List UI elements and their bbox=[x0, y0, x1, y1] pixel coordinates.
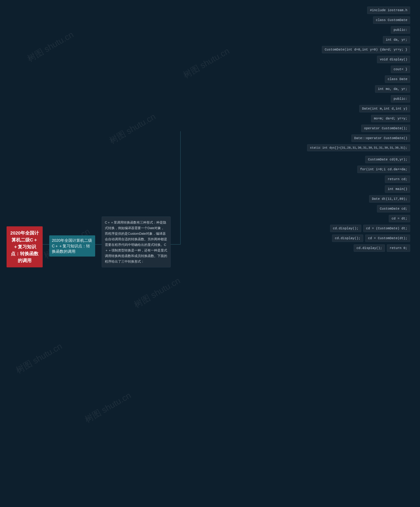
main-topic: 2020年全国计算机二级C＋＋复习知识点：转换函数的调用 bbox=[7, 226, 43, 267]
main-topic-label: 2020年全国计算机二级C＋＋复习知识点：转换函数的调用 bbox=[10, 231, 39, 263]
code-node-cd-display-1: cd.display(); bbox=[330, 225, 361, 232]
code-node-customdate-cd: CustomDate cd(0,yr); bbox=[365, 156, 410, 163]
code-node-int-da-yr: int da, yr; bbox=[383, 36, 410, 43]
code-row-3: cd.display(); return 0; bbox=[354, 244, 410, 252]
code-node-int-main: int main() bbox=[385, 185, 410, 193]
code-node-date-dt: Date dt(11,17,89); bbox=[369, 195, 410, 203]
code-node-cd-display-2: cd.display(); bbox=[332, 235, 363, 242]
watermark: 树图 shutu.cn bbox=[181, 45, 232, 81]
code-node-cast-customdate: cd = (CustomDate) dt; bbox=[363, 225, 410, 232]
code-node-public2: public: bbox=[391, 95, 410, 103]
code-node-static-dys: static int dys[]={31,28,31,30,31,30,31,3… bbox=[307, 144, 410, 151]
mid-topic-label: 2020年全国计算机二级C＋＋复习知识点：转换函数的调用 bbox=[52, 238, 92, 254]
code-node-operator-customdate: operator CustomDate(); bbox=[361, 125, 410, 132]
code-node-class-customdate: class CustomDate bbox=[373, 16, 410, 24]
code-node-cout: cout< } bbox=[391, 66, 410, 73]
code-node-class-date: class Date bbox=[385, 76, 410, 83]
code-node-return-cd: return cd; bbox=[385, 176, 410, 183]
code-node-customdate-dt: cd = CustomDate(dt); bbox=[365, 235, 410, 242]
description-box: C＋＋里调用转换函数有三种形式：种是隐式转换，例如编译器需要一个Date对象，而… bbox=[102, 217, 171, 267]
watermark: 树图 shutu.cn bbox=[132, 275, 182, 311]
code-node-return-0: return 0; bbox=[387, 244, 410, 252]
mid-topic: 2020年全国计算机二级C＋＋复习知识点：转换函数的调用 bbox=[49, 235, 95, 257]
code-node-for-loop: for(int i=0;i cd.da+=da; bbox=[357, 166, 410, 173]
mind-map: 树图 shutu.cn 树图 shutu.cn 树图 shutu.cn 树图 s… bbox=[0, 0, 420, 507]
code-node-date-constructor: Date(int m,int d,int y) bbox=[359, 105, 410, 112]
watermark: 树图 shutu.cn bbox=[83, 390, 133, 425]
code-node-int-mo-da-yr: int mo, da, yr; bbox=[375, 85, 410, 93]
code-node-cd-dt: cd = dt; bbox=[389, 215, 410, 222]
description-text: C＋＋里调用转换函数有三种形式：种是隐式转换，例如编译器需要一个Date对象，而… bbox=[105, 221, 167, 263]
watermark: 树图 shutu.cn bbox=[107, 111, 158, 147]
code-node-include: #include iostream.h bbox=[367, 7, 410, 14]
code-node-void-display: void display() bbox=[377, 56, 410, 63]
code-node-cd-display-3: cd.display(); bbox=[354, 244, 385, 252]
watermark: 树图 shutu.cn bbox=[14, 340, 64, 376]
code-node-date-operator-customdate: Date::operator CustomDate() bbox=[351, 134, 410, 142]
code-node-customdate-cd2: CustomDate cd; bbox=[377, 205, 410, 212]
watermark: 树图 shutu.cn bbox=[25, 29, 76, 65]
code-row-1: cd.display(); cd = (CustomDate) dt; bbox=[330, 225, 410, 232]
code-node-mo-m: mo=m; da=d; yr=y; bbox=[371, 115, 410, 122]
code-node-constructor-customdate: CustomDate(int d=0,int y=0) {da=d; yr=y;… bbox=[322, 46, 410, 53]
code-row-2: cd.display(); cd = CustomDate(dt); bbox=[332, 235, 410, 242]
code-node-public1: public: bbox=[391, 26, 410, 34]
